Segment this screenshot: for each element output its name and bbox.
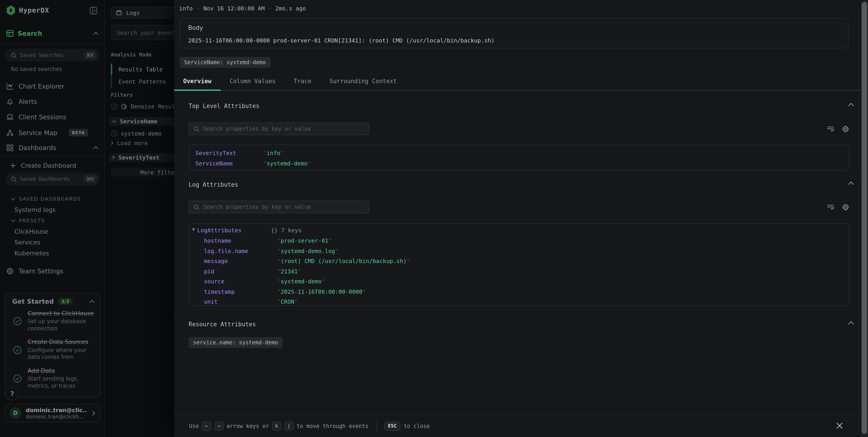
scrollbar-thumb[interactable] bbox=[862, 2, 867, 434]
sidebar-item-alerts[interactable]: Alerts bbox=[6, 98, 99, 105]
panel-tools bbox=[827, 204, 849, 211]
attribute-row[interactable]: hostname prod-server-01 bbox=[204, 237, 332, 244]
sidebar-collapse-icon[interactable] bbox=[90, 7, 97, 14]
sidebar: HyperDX Search Saved Searches ⌘K No save… bbox=[0, 0, 105, 437]
severity-label: info bbox=[179, 5, 193, 12]
caret-down-icon[interactable]: ▼ bbox=[192, 227, 195, 234]
attribute-row[interactable]: message (root) CMD (/usr/local/bin/backu… bbox=[204, 258, 410, 264]
attribute-row[interactable]: log.file.name systemd-demo.log bbox=[204, 247, 339, 254]
attribute-row[interactable]: ServiceName systemd-demo bbox=[195, 160, 311, 167]
wrap-lines-icon[interactable] bbox=[827, 204, 834, 211]
attribute-key: message bbox=[204, 258, 277, 264]
top-level-attributes-panel: SeverityText info ServiceName systemd-de… bbox=[189, 145, 849, 170]
facet-value-row[interactable]: systemd-demo bbox=[111, 130, 162, 137]
preset-link-clickhouse[interactable]: ClickHouse bbox=[14, 228, 48, 235]
create-dashboard-button[interactable]: Create Dashboard bbox=[10, 162, 102, 169]
get-started-step[interactable]: Create Data Sources Configure where your… bbox=[5, 336, 100, 364]
chevron-up-icon[interactable] bbox=[93, 146, 99, 149]
body-panel: Body 2025-11-16T06:00:00-0000 prod-serve… bbox=[180, 18, 848, 48]
saved-searches-input[interactable]: Saved Searches ⌘K bbox=[5, 49, 99, 62]
event-header: info · Nov 16 12:00:00 AM · 2mo.s ago bbox=[179, 5, 306, 12]
preset-link-kubernetes[interactable]: Kubernetes bbox=[14, 249, 49, 257]
presets-section[interactable]: PRESETS bbox=[11, 218, 45, 224]
resource-attribute-tag[interactable]: service.name: systemd-demo bbox=[189, 337, 283, 348]
hyperdx-logo-icon bbox=[6, 5, 16, 15]
sidebar-item-client-sessions[interactable]: Client Sessions bbox=[6, 113, 99, 121]
tab-column-values[interactable]: Column Values bbox=[220, 74, 285, 90]
attribute-row[interactable]: pid 21341 bbox=[204, 268, 301, 274]
sidebar-item-label: Team Settings bbox=[19, 268, 63, 275]
sidebar-item-label: Client Sessions bbox=[19, 113, 66, 121]
attribute-row[interactable]: unit CRON bbox=[204, 298, 298, 305]
mode-event-patterns[interactable]: Event Patterns bbox=[112, 75, 166, 88]
panel-tools bbox=[827, 126, 849, 132]
get-started-step[interactable]: Connect to ClickHouse Set up your databa… bbox=[5, 307, 100, 336]
step-title: Create Data Sources bbox=[28, 339, 95, 346]
chevron-up-icon[interactable] bbox=[93, 32, 99, 35]
avatar: D bbox=[9, 407, 21, 419]
shortcut-badge: ⌘K bbox=[84, 51, 97, 59]
chevron-down-icon bbox=[11, 198, 16, 201]
arrow-left-keycap: ← bbox=[202, 422, 211, 431]
attribute-key: hostname bbox=[204, 237, 277, 244]
attribute-key: unit bbox=[204, 298, 277, 305]
facet-value-checkbox[interactable] bbox=[111, 131, 117, 136]
service-name-tag[interactable]: ServiceName: systemd-demo bbox=[180, 57, 270, 68]
user-profile-card[interactable]: D dominic.tran@clic... dominic.tran@clic… bbox=[4, 404, 100, 422]
help-button[interactable]: ? bbox=[5, 387, 19, 400]
attribute-key: SeverityText bbox=[195, 149, 263, 156]
sidebar-item-team-settings[interactable]: Team Settings bbox=[6, 268, 99, 275]
gear-icon[interactable] bbox=[842, 126, 849, 132]
filters-label: Filters bbox=[111, 92, 133, 98]
attribute-row[interactable]: source systemd-demo bbox=[204, 278, 325, 285]
dashboard-link-systemd-logs[interactable]: Systemd logs bbox=[14, 206, 56, 213]
section-title-resource-attributes: Resource Attributes bbox=[189, 321, 256, 328]
attribute-row[interactable]: timestamp 2025-11-16T06:00:00-0000 bbox=[204, 288, 366, 295]
chevron-up-icon[interactable] bbox=[848, 321, 854, 325]
chevron-up-icon[interactable] bbox=[848, 181, 854, 185]
attribute-key: LogAttributes bbox=[197, 227, 271, 234]
attribute-value: systemd-demo bbox=[263, 160, 311, 167]
top-level-search-input[interactable]: Search properties by key or value bbox=[189, 123, 370, 135]
chevron-up-icon[interactable] bbox=[89, 300, 95, 303]
search-placeholder: Search properties by key or value bbox=[203, 204, 311, 210]
sidebar-item-search[interactable]: Search bbox=[6, 30, 99, 37]
chevron-right-icon bbox=[112, 156, 115, 160]
chevron-down-icon bbox=[112, 120, 116, 123]
event-detail-drawer: info · Nov 16 12:00:00 AM · 2mo.s ago Bo… bbox=[174, 0, 868, 437]
source-select-label: Logs bbox=[126, 9, 140, 16]
sidebar-item-dashboards[interactable]: Dashboards bbox=[6, 144, 99, 152]
step-title: Connect to ClickHouse bbox=[28, 310, 95, 317]
gear-icon[interactable] bbox=[842, 204, 849, 211]
search-icon bbox=[11, 52, 17, 58]
saved-searches-placeholder: Saved Searches bbox=[20, 52, 80, 58]
preset-link-services[interactable]: Services bbox=[14, 239, 40, 246]
load-more-row[interactable]: Load more bbox=[111, 140, 148, 146]
chevron-up-icon[interactable] bbox=[848, 103, 854, 107]
sidebar-item-service-map[interactable]: Service Map BETA bbox=[6, 129, 99, 136]
shortcut-badge: ⌘K bbox=[84, 175, 97, 183]
log-attributes-search-input[interactable]: Search properties by key or value bbox=[189, 201, 370, 213]
scrollbar[interactable] bbox=[861, 0, 868, 437]
logo[interactable]: HyperDX bbox=[6, 5, 49, 15]
divider bbox=[0, 43, 105, 44]
attribute-key: timestamp bbox=[204, 288, 277, 295]
attribute-row[interactable]: SeverityText info bbox=[195, 149, 284, 156]
mode-results-table[interactable]: Results Table bbox=[112, 63, 166, 75]
close-icon[interactable] bbox=[836, 422, 843, 429]
plus-icon bbox=[10, 163, 16, 168]
drawer-footer: Use ← → arrow keys or k j to move throug… bbox=[174, 414, 868, 437]
saved-dashboards-section[interactable]: SAVED DASHBOARDS bbox=[11, 196, 81, 202]
denoise-checkbox[interactable] bbox=[111, 103, 117, 109]
attribute-key: pid bbox=[204, 268, 277, 274]
get-started-step[interactable]: Add Data Start sending logs, metrics, or… bbox=[5, 364, 100, 393]
tab-surrounding-context[interactable]: Surrounding Context bbox=[320, 74, 406, 90]
denoise-results-row[interactable]: Denoise Results bbox=[111, 103, 182, 110]
saved-dashboards-input[interactable]: Saved Dashboards ⌘K bbox=[5, 173, 99, 185]
sidebar-item-chart-explorer[interactable]: Chart Explorer bbox=[6, 83, 99, 90]
tab-overview[interactable]: Overview bbox=[174, 74, 220, 90]
wrap-lines-icon[interactable] bbox=[827, 126, 834, 132]
sidebar-item-label: Dashboards bbox=[19, 144, 56, 152]
tab-trace[interactable]: Trace bbox=[285, 74, 320, 90]
attribute-tree-root[interactable]: ▼ LogAttributes {} 7 keys bbox=[192, 227, 302, 234]
